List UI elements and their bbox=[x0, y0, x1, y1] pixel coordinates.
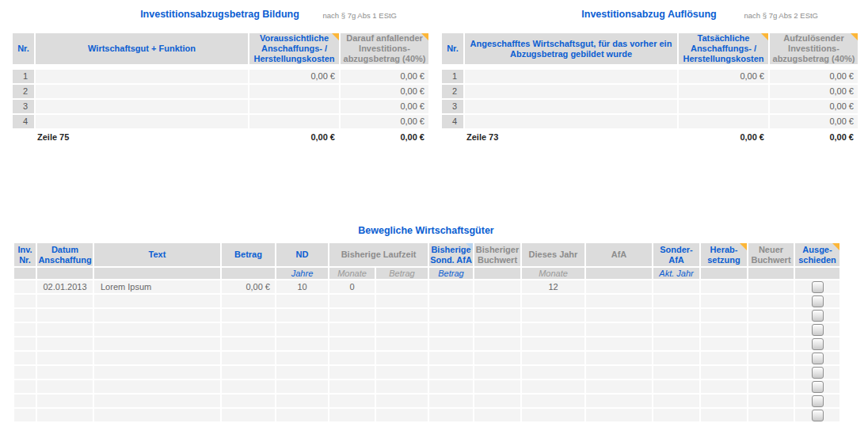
cell-laufzeit-monate[interactable]: 0 bbox=[329, 280, 375, 294]
cell-wirtschaftsgut[interactable] bbox=[464, 69, 678, 84]
cell-text[interactable] bbox=[93, 337, 221, 351]
cell-inv-nr[interactable] bbox=[13, 322, 36, 337]
cell-datum[interactable] bbox=[36, 322, 93, 337]
cell-kosten[interactable] bbox=[678, 114, 769, 129]
cell-sonder-afa[interactable] bbox=[653, 322, 700, 337]
cell-datum[interactable] bbox=[36, 394, 93, 408]
cell-dieses-jahr-monate[interactable] bbox=[521, 379, 585, 394]
cell-laufzeit-betrag[interactable] bbox=[375, 294, 428, 308]
cell-text[interactable] bbox=[93, 351, 221, 365]
cell-neuer-buchwert[interactable] bbox=[748, 365, 794, 379]
cell-betrag[interactable] bbox=[221, 394, 276, 408]
cell-herabsetzung[interactable] bbox=[700, 308, 748, 322]
cell-nd-jahre[interactable] bbox=[276, 337, 329, 351]
cell-datum[interactable] bbox=[36, 308, 93, 322]
cell-neuer-buchwert[interactable] bbox=[748, 337, 794, 351]
cell-betrag[interactable] bbox=[221, 351, 276, 365]
cell-sond-afa[interactable] bbox=[428, 351, 474, 365]
cell-text[interactable] bbox=[93, 408, 221, 422]
cell-neuer-buchwert[interactable] bbox=[748, 379, 794, 394]
cell-laufzeit-betrag[interactable] bbox=[375, 337, 428, 351]
cell-herabsetzung[interactable] bbox=[700, 379, 748, 394]
cell-nd-jahre[interactable] bbox=[276, 408, 329, 422]
cell-inv-nr[interactable] bbox=[13, 294, 36, 308]
cell-sond-afa[interactable] bbox=[428, 308, 474, 322]
cell-text[interactable] bbox=[93, 365, 221, 379]
cell-herabsetzung[interactable] bbox=[700, 394, 748, 408]
cell-kosten[interactable] bbox=[249, 84, 340, 99]
cell-dieses-jahr-monate[interactable] bbox=[521, 294, 585, 308]
cell-betrag[interactable] bbox=[221, 322, 276, 337]
cell-nd-jahre[interactable] bbox=[276, 365, 329, 379]
cell-buchwert[interactable] bbox=[474, 408, 521, 422]
cell-neuer-buchwert[interactable] bbox=[748, 308, 794, 322]
cell-datum[interactable] bbox=[36, 294, 93, 308]
cell-herabsetzung[interactable] bbox=[700, 280, 748, 294]
ausgeschieden-checkbox[interactable] bbox=[812, 324, 824, 336]
cell-buchwert[interactable] bbox=[474, 337, 521, 351]
cell-buchwert[interactable] bbox=[474, 394, 521, 408]
ausgeschieden-checkbox[interactable] bbox=[812, 295, 824, 307]
cell-buchwert[interactable] bbox=[474, 322, 521, 337]
cell-sonder-afa[interactable] bbox=[653, 379, 700, 394]
cell-sond-afa[interactable] bbox=[428, 379, 474, 394]
cell-nd-jahre[interactable] bbox=[276, 394, 329, 408]
cell-kosten[interactable]: 0,00 € bbox=[249, 69, 340, 84]
cell-dieses-jahr-monate[interactable] bbox=[521, 408, 585, 422]
ausgeschieden-checkbox[interactable] bbox=[812, 381, 824, 393]
cell-laufzeit-monate[interactable] bbox=[329, 379, 375, 394]
cell-laufzeit-betrag[interactable] bbox=[375, 280, 428, 294]
cell-sonder-afa[interactable] bbox=[653, 280, 700, 294]
cell-herabsetzung[interactable] bbox=[700, 294, 748, 308]
cell-kosten[interactable] bbox=[249, 114, 340, 129]
cell-neuer-buchwert[interactable] bbox=[748, 294, 794, 308]
cell-dieses-jahr-monate[interactable] bbox=[521, 365, 585, 379]
cell-neuer-buchwert[interactable] bbox=[748, 322, 794, 337]
cell-wirtschaftsgut[interactable] bbox=[35, 99, 249, 114]
cell-sonder-afa[interactable] bbox=[653, 365, 700, 379]
ausgeschieden-checkbox[interactable] bbox=[812, 367, 824, 379]
cell-kosten[interactable] bbox=[678, 84, 769, 99]
cell-neuer-buchwert[interactable] bbox=[748, 408, 794, 422]
cell-afa[interactable] bbox=[585, 379, 653, 394]
cell-betrag[interactable]: 0,00 € bbox=[221, 280, 276, 294]
cell-neuer-buchwert[interactable] bbox=[748, 351, 794, 365]
cell-sonder-afa[interactable] bbox=[653, 308, 700, 322]
cell-sonder-afa[interactable] bbox=[653, 394, 700, 408]
cell-kosten[interactable]: 0,00 € bbox=[678, 69, 769, 84]
cell-neuer-buchwert[interactable] bbox=[748, 280, 794, 294]
cell-inv-nr[interactable] bbox=[13, 394, 36, 408]
ausgeschieden-checkbox[interactable] bbox=[812, 310, 824, 322]
cell-datum[interactable]: 02.01.2013 bbox=[36, 280, 93, 294]
cell-afa[interactable] bbox=[585, 280, 653, 294]
cell-sond-afa[interactable] bbox=[428, 394, 474, 408]
cell-laufzeit-monate[interactable] bbox=[329, 365, 375, 379]
cell-datum[interactable] bbox=[36, 408, 93, 422]
cell-wirtschaftsgut[interactable] bbox=[35, 84, 249, 99]
cell-sond-afa[interactable] bbox=[428, 322, 474, 337]
cell-datum[interactable] bbox=[36, 337, 93, 351]
cell-inv-nr[interactable] bbox=[13, 280, 36, 294]
cell-buchwert[interactable] bbox=[474, 294, 521, 308]
cell-buchwert[interactable] bbox=[474, 379, 521, 394]
cell-betrag[interactable] bbox=[221, 408, 276, 422]
cell-dieses-jahr-monate[interactable] bbox=[521, 394, 585, 408]
cell-afa[interactable] bbox=[585, 308, 653, 322]
cell-sond-afa[interactable] bbox=[428, 294, 474, 308]
cell-buchwert[interactable] bbox=[474, 308, 521, 322]
cell-text[interactable] bbox=[93, 394, 221, 408]
cell-laufzeit-monate[interactable] bbox=[329, 337, 375, 351]
cell-nd-jahre[interactable] bbox=[276, 322, 329, 337]
cell-afa[interactable] bbox=[585, 351, 653, 365]
cell-wirtschaftsgut[interactable] bbox=[464, 114, 678, 129]
cell-laufzeit-monate[interactable] bbox=[329, 394, 375, 408]
cell-inv-nr[interactable] bbox=[13, 379, 36, 394]
cell-buchwert[interactable] bbox=[474, 280, 521, 294]
ausgeschieden-checkbox[interactable] bbox=[812, 281, 824, 293]
cell-sonder-afa[interactable] bbox=[653, 408, 700, 422]
cell-dieses-jahr-monate[interactable] bbox=[521, 308, 585, 322]
cell-laufzeit-monate[interactable] bbox=[329, 308, 375, 322]
cell-afa[interactable] bbox=[585, 294, 653, 308]
cell-laufzeit-betrag[interactable] bbox=[375, 408, 428, 422]
cell-inv-nr[interactable] bbox=[13, 351, 36, 365]
